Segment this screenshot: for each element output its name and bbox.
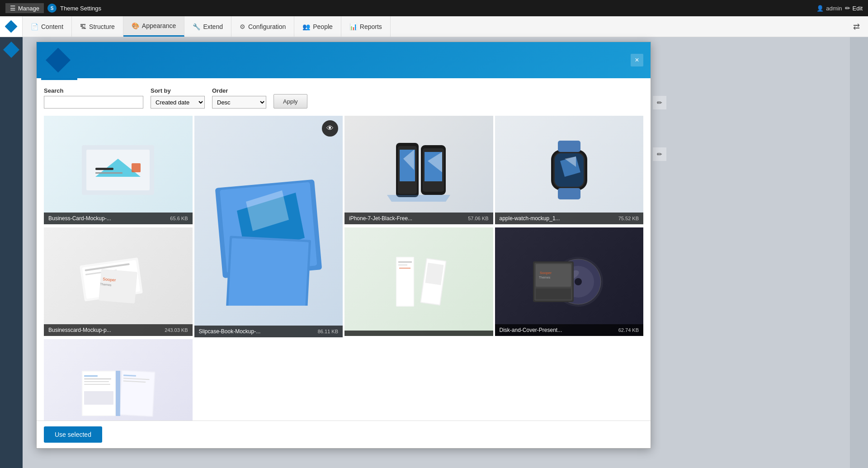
manage-label: Manage	[18, 5, 39, 12]
tab-structure[interactable]: 🏗 Structure	[72, 16, 123, 37]
top-bar: ☰ Manage S Theme Settings 👤 admin ✏ Edit	[0, 0, 868, 16]
image-size-4: 75.52 KB	[618, 216, 639, 221]
preview-icon-2[interactable]: 👁	[322, 120, 338, 137]
sort-field-group: Sort by Created date File name File size	[151, 87, 205, 109]
content-icon: 📄	[31, 23, 38, 30]
image-caption-4: apple-watch-mockup_1... 75.52 KB	[495, 213, 644, 224]
tab-configuration[interactable]: ⚙ Configuration	[231, 16, 294, 37]
tab-content[interactable]: 📄 Content	[23, 16, 72, 37]
dialog-close-button[interactable]: ×	[631, 54, 643, 66]
tab-people[interactable]: 👥 People	[294, 16, 341, 37]
image-item-2[interactable]: 👁 Slipcase-Book-Mockup-... 86.11 KB	[194, 116, 343, 337]
svg-rect-62	[120, 371, 155, 416]
svg-rect-11	[228, 238, 309, 306]
svg-rect-32	[99, 269, 137, 304]
image-item-6[interactable]	[344, 227, 493, 336]
dialog-header-logo	[46, 48, 71, 73]
edit-button[interactable]: ✏ Edit	[845, 5, 863, 12]
image-item-1[interactable]: Business-Card-Mockup-... 65.6 KB	[44, 116, 193, 224]
right-sidebar	[850, 37, 868, 468]
edit-pencil-icon-2: ✏	[657, 151, 662, 158]
svg-text:Sooper: Sooper	[540, 271, 552, 275]
people-icon: 👥	[302, 23, 310, 30]
tab-configuration-label: Configuration	[248, 23, 286, 30]
svg-marker-41	[425, 263, 444, 285]
svg-point-46	[575, 278, 582, 285]
svg-rect-42	[399, 268, 410, 269]
image-name-5: Businesscard-Mockup-p...	[48, 327, 111, 333]
search-label: Search	[44, 87, 143, 94]
image-grid: Business-Card-Mockup-... 65.6 KB	[37, 112, 651, 421]
image-size-7: 62.74 KB	[618, 327, 639, 333]
reports-icon: 📊	[349, 23, 357, 30]
image-thumb-2	[194, 116, 343, 337]
image-item-7[interactable]: Sooper Themes Disk-and-Cover-Present... …	[495, 227, 644, 336]
tab-extend[interactable]: 🔧 Extend	[184, 16, 231, 37]
tab-people-label: People	[313, 23, 333, 30]
svg-rect-37	[398, 261, 412, 263]
image-caption-1: Business-Card-Mockup-... 65.6 KB	[44, 213, 193, 224]
order-select[interactable]: Desc Asc	[212, 96, 266, 109]
extend-icon: 🔧	[193, 23, 200, 30]
search-input[interactable]	[44, 96, 143, 109]
admin-label: admin	[826, 5, 842, 12]
svg-rect-24	[558, 141, 580, 152]
apply-button[interactable]: Apply	[274, 94, 307, 109]
svg-rect-57	[84, 378, 111, 379]
image-item-4[interactable]: apple-watch-mockup_1... 75.52 KB	[495, 116, 644, 224]
site-title: Theme Settings	[60, 5, 101, 12]
use-selected-button[interactable]: Use selected	[44, 426, 102, 443]
top-bar-right: 👤 admin ✏ Edit	[816, 5, 863, 12]
right-edit-icon-2[interactable]: ✏	[653, 147, 666, 161]
tab-reports-label: Reports	[360, 23, 382, 30]
image-size-2: 86.11 KB	[318, 329, 338, 334]
tab-appearance-label: Appearance	[142, 22, 176, 29]
configuration-icon: ⚙	[240, 23, 245, 30]
dialog-footer: Use selected	[37, 421, 651, 448]
svg-rect-56	[84, 375, 98, 377]
image-caption-2: Slipcase-Book-Mockup-... 86.11 KB	[194, 326, 343, 337]
image-item-5[interactable]: Sooper Themes Businesscard-Mockup-p... 2…	[44, 227, 193, 336]
image-name-1: Business-Card-Mockup-...	[48, 215, 111, 222]
svg-rect-4	[95, 172, 123, 174]
edit-label: Edit	[853, 5, 863, 12]
apply-label: Apply	[283, 98, 298, 105]
hamburger-icon: ☰	[10, 5, 16, 12]
image-item-3[interactable]: iPhone-7-Jet-Black-Free... 57.06 KB	[344, 116, 493, 224]
image-thumb-5: Sooper Themes	[44, 227, 193, 336]
image-name-3: iPhone-7-Jet-Black-Free...	[349, 215, 412, 222]
image-name-2: Slipcase-Book-Mockup-...	[199, 328, 261, 335]
right-edit-icon-1[interactable]: ✏	[653, 96, 666, 109]
dialog-header: ×	[37, 42, 651, 78]
svg-rect-58	[84, 381, 109, 382]
drupal-icon: S	[47, 4, 57, 13]
svg-rect-60	[84, 391, 113, 405]
svg-rect-50	[536, 264, 571, 287]
image-size-5: 243.03 KB	[165, 327, 188, 333]
image-thumb-6	[344, 227, 493, 336]
dialog-overlay: × Search Sort by Created date File name …	[23, 37, 850, 468]
left-sidebar	[0, 37, 23, 468]
svg-marker-20	[387, 195, 450, 202]
tab-reports[interactable]: 📊 Reports	[341, 16, 391, 37]
image-caption-3: iPhone-7-Jet-Black-Free... 57.06 KB	[344, 213, 493, 224]
appearance-icon: 🎨	[132, 22, 139, 29]
nav-toggle-icon[interactable]: ⇄	[849, 22, 863, 32]
tab-appearance[interactable]: 🎨 Appearance	[123, 16, 185, 37]
image-item-8[interactable]	[44, 339, 193, 421]
nav-tabs: 📄 Content 🏗 Structure 🎨 Appearance 🔧 Ext…	[23, 16, 391, 37]
image-thumb-7: Sooper Themes	[495, 227, 644, 336]
media-dialog: × Search Sort by Created date File name …	[36, 42, 651, 449]
order-label: Order	[212, 87, 266, 94]
top-bar-left: ☰ Manage S Theme Settings	[5, 3, 101, 13]
tab-extend-label: Extend	[203, 23, 223, 30]
sort-select[interactable]: Created date File name File size	[151, 96, 205, 109]
edit-pencil-icon-1: ✏	[657, 99, 662, 106]
close-icon: ×	[635, 56, 639, 64]
image-caption-6	[344, 331, 493, 336]
manage-button[interactable]: ☰ Manage	[5, 3, 44, 13]
search-area: Search Sort by Created date File name Fi…	[37, 80, 651, 112]
tab-content-label: Content	[41, 23, 63, 30]
image-caption-5: Businesscard-Mockup-p... 243.03 KB	[44, 324, 193, 336]
svg-rect-3	[95, 168, 113, 170]
